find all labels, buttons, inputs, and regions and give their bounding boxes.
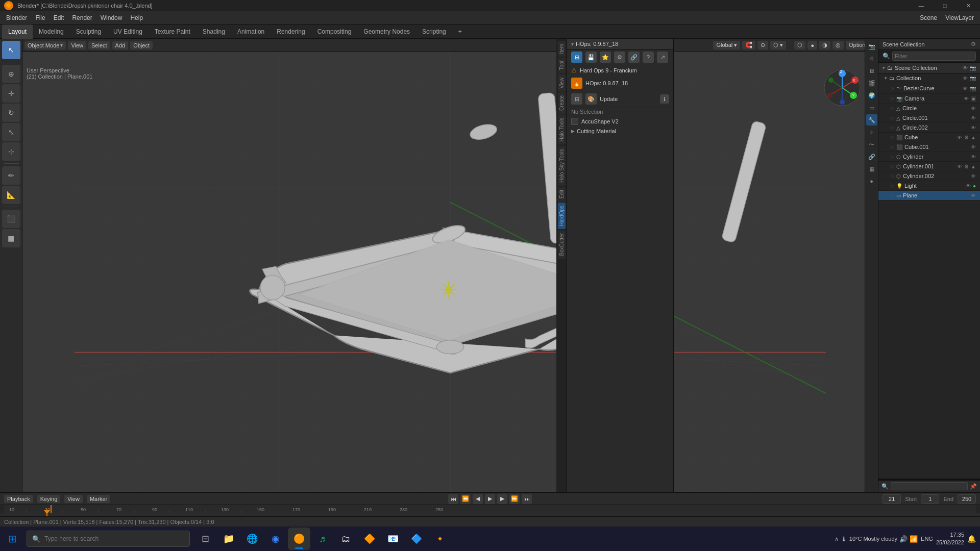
prop-icon-data[interactable]: ▦ — [866, 163, 877, 174]
hops-link-icon[interactable]: 🔗 — [628, 52, 640, 63]
prev-keyframe-btn[interactable]: ◀ — [473, 494, 483, 504]
menu-edit[interactable]: Edit — [50, 13, 68, 22]
tab-uv-editing[interactable]: UV Editing — [107, 24, 149, 39]
tab-layout[interactable]: Layout — [2, 24, 33, 39]
tray-network2[interactable]: 📶 — [910, 535, 918, 543]
start-button[interactable]: ⊞ — [0, 527, 24, 551]
light-eye[interactable]: 👁 — [966, 183, 971, 189]
collection-camera[interactable]: 📷 — [970, 76, 976, 81]
prop-icon-view[interactable]: 🖥 — [866, 65, 877, 77]
outliner-light[interactable]: ▷ 💡 Light 👁 ● — [878, 181, 980, 191]
prop-icon-object[interactable]: ▭ — [866, 102, 877, 113]
cube-extra2[interactable]: ▲ — [971, 135, 976, 140]
outliner-circle002[interactable]: ▷ △ Circle.002 👁 — [878, 123, 980, 133]
tab-edit[interactable]: Edit — [558, 187, 566, 202]
taskbar-app-file-explorer[interactable]: 📁 — [217, 528, 240, 550]
taskbar-app-mail[interactable]: 📧 — [382, 528, 404, 550]
snap-btn[interactable]: 🧲 — [742, 41, 755, 49]
add-menu[interactable]: Add — [112, 41, 129, 49]
jump-start-btn[interactable]: ⏮ — [448, 494, 458, 504]
notification-btn[interactable]: 🔔 — [967, 535, 976, 543]
prop-icon-modifier[interactable]: 🔧 — [866, 114, 877, 126]
tab-modeling[interactable]: Modeling — [33, 24, 70, 39]
camera-eye[interactable]: 👁 — [964, 96, 969, 102]
tab-compositing[interactable]: Compositing — [311, 24, 358, 39]
taskbar-app-files[interactable]: 🗂 — [335, 528, 357, 550]
taskbar-search[interactable]: 🔍 — [27, 531, 190, 547]
outliner-camera[interactable]: ▷ 📷 Camera 👁 ■ — [878, 94, 980, 104]
menu-blender[interactable]: Blender — [2, 13, 31, 22]
next-keyframe-btn[interactable]: ▶ — [497, 494, 507, 504]
tray-arrow[interactable]: ∧ — [835, 536, 839, 542]
menu-help[interactable]: Help — [126, 13, 147, 22]
outliner-cylinder[interactable]: ▷ ⬡ Cylinder 👁 — [878, 152, 980, 162]
outliner-cube[interactable]: ▷ ⬛ Cube 👁 ⚙ ▲ — [878, 133, 980, 142]
beziercurve-camera[interactable]: 📷 — [970, 86, 976, 91]
tab-hardops[interactable]: HardOps — [558, 203, 566, 229]
tab-halo-tools[interactable]: Halo Tools — [558, 115, 566, 145]
taskbar-app-spotify[interactable]: ♬ — [311, 528, 334, 550]
tray-volume[interactable]: 🔊 — [899, 535, 908, 543]
taskbar-search-input[interactable] — [44, 535, 184, 542]
circle001-eye[interactable]: 👁 — [971, 115, 976, 121]
close-button[interactable]: ✕ — [957, 0, 980, 11]
select-menu[interactable]: Select — [88, 41, 110, 49]
hops-star-icon[interactable]: ⭐ — [600, 52, 611, 63]
start-frame-input[interactable]: 1 — [921, 494, 939, 504]
taskbar-app-edge[interactable]: 🌐 — [241, 528, 263, 550]
hops-settings-icon[interactable]: ⚙ — [614, 52, 625, 63]
hops-save-icon[interactable]: 💾 — [585, 52, 597, 63]
cube-extra[interactable]: ⚙ — [964, 135, 969, 140]
tab-item[interactable]: Item — [558, 41, 566, 57]
prop-icon-output[interactable]: 🖨 — [866, 53, 877, 64]
viewport-shading-material[interactable]: ◑ — [819, 41, 830, 49]
circle002-eye[interactable]: 👁 — [971, 125, 976, 131]
view-menu-tl[interactable]: View — [64, 495, 83, 503]
tool-rotate[interactable]: ↻ — [2, 104, 20, 122]
tab-add[interactable]: + — [452, 24, 468, 39]
accushape-checkbox[interactable] — [571, 118, 578, 125]
global-local-toggle[interactable]: Global ▾ — [713, 41, 740, 49]
mode-selector[interactable]: Object Mode ▾ — [24, 41, 66, 49]
tray-weather[interactable]: 10°C Mostly cloudy — [849, 536, 897, 542]
playback-menu[interactable]: Playback — [4, 495, 33, 503]
plane-eye[interactable]: 👁 — [971, 193, 976, 198]
tab-create[interactable]: Create — [558, 92, 566, 114]
viewport[interactable]: Object Mode ▾ View Select Add Object Glo… — [22, 39, 878, 516]
hops-question-icon[interactable]: ? — [643, 52, 654, 63]
prop-icon-particles[interactable]: ⁘ — [866, 127, 877, 138]
scene-selector[interactable]: Scene — [916, 13, 941, 22]
hops-export-icon[interactable]: ↗ — [657, 52, 668, 63]
play-btn[interactable]: ▶ — [485, 494, 495, 504]
language-indicator[interactable]: ENG — [921, 536, 933, 542]
collection-eye[interactable]: 👁 — [963, 76, 968, 81]
hops-update-icon2[interactable]: 🎨 — [585, 93, 597, 105]
tool-move[interactable]: ✛ — [2, 84, 20, 103]
hops-info-btn[interactable]: ℹ — [660, 94, 669, 104]
taskbar-app-blender2[interactable]: 🔷 — [405, 528, 428, 550]
hops-version-icon[interactable]: 🔥 — [571, 78, 582, 89]
prop-icon-material[interactable]: ● — [866, 176, 877, 187]
tab-halo-sky[interactable]: Halo Sky Tools — [558, 146, 566, 186]
taskbar-app-orange[interactable]: 🔶 — [358, 528, 381, 550]
hops-update-icon[interactable]: ⊞ — [571, 93, 582, 105]
prop-icon-render[interactable]: 📷 — [866, 41, 877, 52]
cutting-material-section[interactable]: ▶ Cutting Material — [567, 127, 673, 136]
cube-eye[interactable]: 👁 — [957, 135, 962, 140]
props-search-input[interactable] — [891, 482, 968, 490]
outliner-circle[interactable]: ▷ △ Circle 👁 — [878, 104, 980, 113]
datetime-display[interactable]: 17:35 25/02/2022 — [936, 531, 964, 547]
menu-window[interactable]: Window — [96, 13, 127, 22]
tab-view[interactable]: View — [558, 74, 566, 92]
menu-file[interactable]: File — [31, 13, 49, 22]
prev-frame-btn[interactable]: ⏪ — [460, 494, 471, 504]
viewport-shading-wire[interactable]: ⬡ — [794, 41, 805, 49]
outliner-collection[interactable]: ▾ 🗂 Collection 👁 📷 — [878, 73, 980, 83]
tab-sculpting[interactable]: Sculpting — [70, 24, 107, 39]
jump-end-btn[interactable]: ⏭ — [522, 494, 532, 504]
taskbar-app-chrome[interactable]: ◉ — [264, 528, 287, 550]
camera-material-icon[interactable]: ■ — [971, 96, 976, 102]
outliner-plane[interactable]: ▷ ▭ Plane 👁 — [878, 191, 980, 201]
prop-icon-constraints[interactable]: 🔗 — [866, 151, 877, 162]
outliner-cube001[interactable]: ▷ ⬛ Cube.001 👁 — [878, 142, 980, 152]
